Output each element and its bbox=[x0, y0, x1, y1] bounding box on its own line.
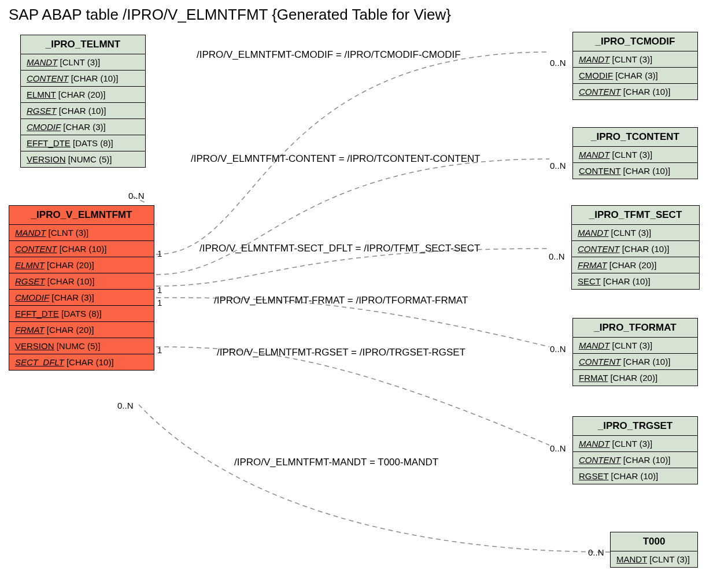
field-type: [CHAR (20)] bbox=[45, 260, 94, 270]
field-type: [CHAR (10)] bbox=[608, 471, 658, 481]
field-type: [CLNT (3)] bbox=[609, 54, 652, 64]
cardinality: 1 bbox=[157, 249, 162, 258]
field-name: SECT_DFLT bbox=[15, 357, 64, 367]
relation-label: /IPRO/V_ELMNTFMT-SECT_DFLT = /IPRO/TFMT_… bbox=[199, 243, 480, 254]
entity-ipro-tfmt-sect: _IPRO_TFMT_SECT MANDT [CLNT (3)]CONTENT … bbox=[571, 205, 700, 290]
field-name: CMODIF bbox=[27, 122, 61, 132]
field-type: [CHAR (3)] bbox=[613, 71, 658, 80]
relation-label: /IPRO/V_ELMNTFMT-CONTENT = /IPRO/TCONTEN… bbox=[191, 153, 481, 165]
cardinality: 1 bbox=[157, 298, 162, 308]
field-type: [CHAR (10)] bbox=[620, 244, 670, 254]
field-type: [CHAR (3)] bbox=[49, 292, 94, 302]
field-type: [CHAR (10)] bbox=[621, 455, 671, 465]
field-type: [CHAR (20)] bbox=[607, 260, 657, 270]
field-type: [CHAR (10)] bbox=[57, 244, 107, 254]
entity-field: RGSET [CHAR (10)] bbox=[9, 273, 154, 290]
entity-field: VERSION [NUMC (5)] bbox=[9, 338, 154, 354]
entity-field: VERSION [NUMC (5)] bbox=[21, 151, 145, 167]
entity-header: T000 bbox=[611, 532, 697, 551]
entity-field: RGSET [CHAR (10)] bbox=[573, 468, 697, 484]
entity-field: FRMAT [CHAR (20)] bbox=[9, 322, 154, 338]
cardinality: 1 bbox=[157, 285, 162, 295]
field-type: [CHAR (10)] bbox=[601, 276, 651, 286]
entity-field: CMODIF [CHAR (3)] bbox=[9, 290, 154, 306]
cardinality: 0..N bbox=[550, 344, 566, 354]
cardinality: 0..N bbox=[117, 401, 134, 410]
entity-field: EFFT_DTE [DATS (8)] bbox=[9, 306, 154, 322]
field-name: VERSION bbox=[15, 341, 54, 351]
field-type: [CHAR (10)] bbox=[64, 357, 114, 367]
field-name: MANDT bbox=[579, 340, 609, 350]
field-name: CONTENT bbox=[15, 244, 57, 254]
field-type: [NUMC (5)] bbox=[66, 154, 112, 164]
field-name: FRMAT bbox=[578, 260, 607, 270]
field-type: [DATS (8)] bbox=[59, 309, 102, 319]
field-type: [CLNT (3)] bbox=[609, 439, 652, 449]
relation-label: /IPRO/V_ELMNTFMT-CMODIF = /IPRO/TCMODIF-… bbox=[197, 49, 461, 61]
field-name: CONTENT bbox=[579, 87, 621, 97]
field-name: CONTENT bbox=[579, 357, 621, 366]
field-name: CONTENT bbox=[579, 455, 621, 465]
cardinality: 0..N bbox=[550, 161, 566, 171]
entity-header: _IPRO_TFORMAT bbox=[573, 319, 697, 338]
entity-t000: T000 MANDT [CLNT (3)] bbox=[610, 532, 698, 568]
field-name: CONTENT bbox=[27, 73, 69, 83]
entity-field: CONTENT [CHAR (10)] bbox=[573, 163, 697, 179]
entity-field: MANDT [CLNT (3)] bbox=[21, 54, 145, 71]
field-name: MANDT bbox=[616, 554, 647, 564]
field-type: [CLNT (3)] bbox=[609, 150, 652, 160]
field-type: [CHAR (10)] bbox=[621, 87, 671, 97]
field-name: ELMNT bbox=[15, 260, 45, 270]
entity-field: CONTENT [CHAR (10)] bbox=[21, 71, 145, 87]
entity-field: MANDT [CLNT (3)] bbox=[573, 436, 697, 452]
field-type: [CLNT (3)] bbox=[608, 228, 651, 238]
relation-label: /IPRO/V_ELMNTFMT-FRMAT = /IPRO/TFORMAT-F… bbox=[214, 295, 468, 306]
entity-field: CONTENT [CHAR (10)] bbox=[573, 354, 697, 370]
entity-field: SECT_DFLT [CHAR (10)] bbox=[9, 354, 154, 370]
entity-field: SECT [CHAR (10)] bbox=[572, 273, 699, 289]
entity-field: MANDT [CLNT (3)] bbox=[611, 551, 697, 567]
entity-field: MANDT [CLNT (3)] bbox=[573, 338, 697, 354]
field-type: [CHAR (10)] bbox=[620, 166, 670, 176]
cardinality: 1 bbox=[157, 345, 162, 355]
field-name: ELMNT bbox=[27, 90, 56, 99]
entity-ipro-telmnt: _IPRO_TELMNT MANDT [CLNT (3)]CONTENT [CH… bbox=[20, 35, 146, 168]
field-name: MANDT bbox=[27, 57, 57, 67]
field-name: SECT bbox=[578, 276, 601, 286]
entity-header: _IPRO_TFMT_SECT bbox=[572, 206, 699, 225]
field-type: [CLNT (3)] bbox=[647, 554, 690, 564]
relation-label: /IPRO/V_ELMNTFMT-MANDT = T000-MANDT bbox=[234, 457, 438, 468]
entity-header: _IPRO_TELMNT bbox=[21, 35, 145, 54]
field-name: FRMAT bbox=[579, 373, 608, 383]
entity-header: _IPRO_V_ELMNTFMT bbox=[9, 206, 154, 225]
field-name: RGSET bbox=[15, 276, 45, 286]
field-type: [NUMC (5)] bbox=[54, 341, 101, 351]
cardinality: 0..N bbox=[588, 547, 604, 557]
entity-field: FRMAT [CHAR (20)] bbox=[572, 257, 699, 273]
entity-field: CONTENT [CHAR (10)] bbox=[573, 452, 697, 468]
page-title: SAP ABAP table /IPRO/V_ELMNTFMT {Generat… bbox=[9, 6, 451, 24]
entity-field: ELMNT [CHAR (20)] bbox=[21, 87, 145, 103]
entity-field: EFFT_DTE [DATS (8)] bbox=[21, 135, 145, 151]
field-type: [CHAR (10)] bbox=[621, 357, 671, 366]
field-type: [CLNT (3)] bbox=[46, 228, 88, 238]
field-type: [CHAR (20)] bbox=[608, 373, 657, 383]
entity-field: ELMNT [CHAR (20)] bbox=[9, 257, 154, 273]
field-name: CONTENT bbox=[578, 244, 620, 254]
entity-field: CMODIF [CHAR (3)] bbox=[21, 119, 145, 135]
entity-field: CMODIF [CHAR (3)] bbox=[573, 68, 697, 84]
entity-ipro-v-elmntfmt: _IPRO_V_ELMNTFMT MANDT [CLNT (3)]CONTENT… bbox=[9, 205, 154, 371]
entity-header: _IPRO_TCMODIF bbox=[573, 32, 697, 51]
field-name: MANDT bbox=[15, 228, 46, 238]
field-type: [CHAR (10)] bbox=[57, 106, 106, 116]
field-name: CMODIF bbox=[579, 71, 613, 80]
entity-ipro-tcmodif: _IPRO_TCMODIF MANDT [CLNT (3)]CMODIF [CH… bbox=[572, 32, 698, 100]
field-type: [CHAR (20)] bbox=[56, 90, 106, 99]
entity-field: MANDT [CLNT (3)] bbox=[572, 225, 699, 241]
entity-header: _IPRO_TCONTENT bbox=[573, 128, 697, 147]
field-name: MANDT bbox=[579, 150, 609, 160]
entity-field: RGSET [CHAR (10)] bbox=[21, 103, 145, 119]
field-type: [CHAR (20)] bbox=[45, 325, 94, 335]
entity-header: _IPRO_TRGSET bbox=[573, 417, 697, 436]
field-name: MANDT bbox=[579, 54, 609, 64]
